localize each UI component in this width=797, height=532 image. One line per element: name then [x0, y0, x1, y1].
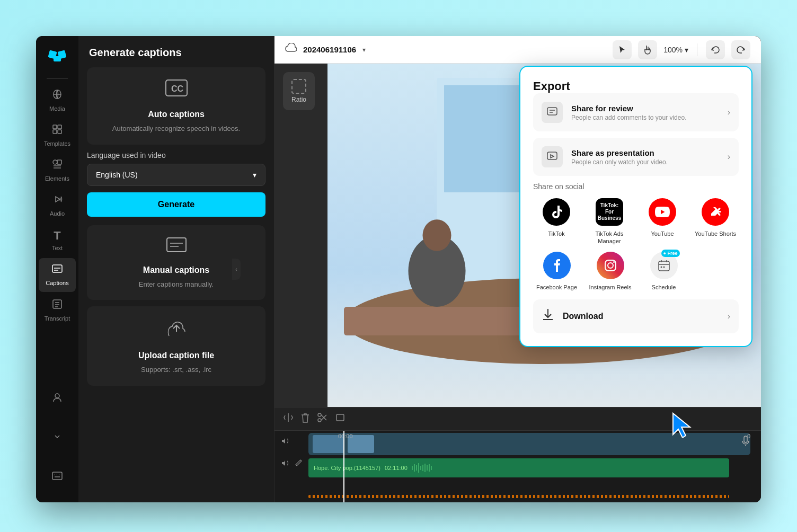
social-grid: TikTok TikTok:For Business TikTok AdsMan… — [533, 198, 739, 245]
share-review-arrow: › — [728, 108, 730, 117]
social-grid-row2: Facebook Page Instagram Reels — [533, 252, 687, 291]
svg-point-34 — [613, 261, 615, 263]
youtube-label: YouTube — [651, 230, 674, 237]
svg-rect-35 — [659, 261, 669, 271]
social-schedule-wrapper: ● Free Schedule — [640, 252, 687, 291]
social-facebook[interactable]: Facebook Page — [533, 252, 580, 291]
schedule-icon: ● Free — [650, 252, 678, 279]
tiktok-ads-icon: TikTok:For Business — [596, 198, 623, 226]
schedule-label: Schedule — [652, 283, 676, 291]
canvas-area: 202406191106 ▾ 100% ▾ — [274, 36, 761, 502]
social-youtube-shorts[interactable]: YouTube Shorts — [692, 198, 739, 245]
export-title: Export — [533, 79, 570, 93]
share-presentation-arrow: › — [728, 152, 730, 162]
social-tiktok-ads[interactable]: TikTok:For Business TikTok AdsManager — [586, 198, 633, 245]
export-modal: Export Share for review People can add c… — [519, 66, 752, 347]
social-youtube[interactable]: YouTube — [639, 198, 686, 245]
share-presentation-text: Share as presentation People can only wa… — [571, 148, 719, 166]
share-presentation-icon — [542, 146, 563, 167]
social-instagram[interactable]: Instagram Reels — [587, 252, 634, 291]
download-label: Download — [563, 312, 719, 321]
youtube-shorts-label: YouTube Shorts — [695, 230, 736, 237]
tiktok-icon — [543, 198, 570, 226]
svg-point-37 — [663, 266, 665, 268]
share-review-text: Share for review People can add comments… — [571, 104, 719, 121]
export-modal-overlay: Export Share for review People can add c… — [274, 36, 761, 502]
download-arrow: › — [728, 312, 730, 321]
free-badge: ● Free — [661, 250, 680, 257]
cursor-arrow — [672, 412, 693, 440]
svg-rect-30 — [547, 108, 557, 115]
download-icon — [542, 308, 554, 325]
youtube-shorts-icon — [702, 198, 729, 226]
svg-marker-38 — [673, 413, 690, 438]
share-presentation-title: Share as presentation — [571, 148, 719, 157]
tiktok-label: TikTok — [548, 230, 564, 237]
svg-point-36 — [660, 266, 662, 268]
share-for-review-option[interactable]: Share for review People can add comments… — [533, 93, 739, 131]
share-presentation-desc: People can only watch your video. — [571, 158, 719, 166]
share-review-title: Share for review — [571, 104, 719, 113]
instagram-label: Instagram Reels — [589, 283, 631, 291]
facebook-icon — [543, 252, 571, 279]
tiktok-ads-label: TikTok AdsManager — [596, 230, 624, 245]
social-schedule[interactable]: ● Free Schedule — [640, 252, 687, 291]
download-option[interactable]: Download › — [533, 299, 739, 333]
share-presentation-option[interactable]: Share as presentation People can only wa… — [533, 138, 739, 176]
share-review-icon — [542, 102, 563, 123]
svg-point-33 — [608, 263, 613, 268]
facebook-label: Facebook Page — [536, 283, 577, 291]
share-on-social-label: Share on social — [533, 182, 739, 191]
share-review-desc: People can add comments to your video. — [571, 114, 719, 121]
main-window: Media Templates Elements Audio T Text — [36, 36, 761, 502]
social-tiktok[interactable]: TikTok — [533, 198, 580, 245]
instagram-icon — [597, 252, 624, 279]
youtube-icon — [649, 198, 676, 226]
